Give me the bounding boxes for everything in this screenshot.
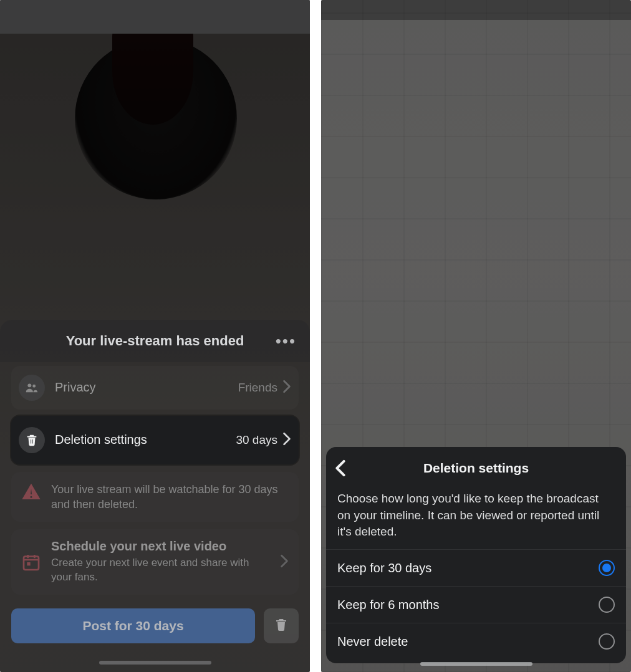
- warning-text: Your live stream will be watchable for 3…: [51, 482, 289, 512]
- radio-unselected-icon: [599, 597, 615, 613]
- chevron-right-icon: [282, 380, 291, 396]
- svg-point-1: [32, 384, 36, 387]
- deletion-settings-row[interactable]: Deletion settings 30 days: [11, 416, 299, 464]
- radio-selected-icon: [599, 560, 615, 576]
- deletion-settings-sheet: Deletion settings Choose how long you'd …: [326, 447, 626, 663]
- chevron-left-icon: [335, 459, 346, 477]
- post-button[interactable]: Post for 30 days: [11, 608, 255, 643]
- sheet-description: Choose how long you'd like to keep the b…: [326, 487, 626, 549]
- deletion-value: 30 days: [236, 433, 277, 447]
- ellipsis-icon: •••: [276, 331, 296, 350]
- sheet-header: Your live-stream has ended •••: [0, 320, 310, 362]
- more-options-button[interactable]: •••: [276, 331, 296, 350]
- warning-icon: [21, 482, 41, 502]
- option-never-delete[interactable]: Never delete: [326, 623, 626, 660]
- sheet-title: Deletion settings: [423, 461, 529, 476]
- option-label: Never delete: [337, 635, 408, 649]
- trash-icon: [19, 427, 45, 453]
- sheet-title: Your live-stream has ended: [66, 333, 244, 349]
- phone-screen-left: Your live-stream has ended ••• Privacy F…: [0, 0, 310, 672]
- option-keep-30-days[interactable]: Keep for 30 days: [326, 549, 626, 586]
- svg-point-0: [27, 383, 31, 387]
- delete-button[interactable]: [264, 608, 299, 643]
- svg-rect-2: [24, 556, 39, 569]
- schedule-title: Schedule your next live video: [51, 539, 270, 554]
- deletion-label: Deletion settings: [55, 433, 236, 447]
- chevron-right-icon: [280, 554, 289, 570]
- trash-icon: [274, 617, 289, 635]
- phone-screen-right: Deletion settings Choose how long you'd …: [321, 0, 631, 672]
- schedule-subtitle: Create your next live event and share wi…: [51, 556, 270, 585]
- sheet-header: Deletion settings: [326, 458, 626, 487]
- option-label: Keep for 30 days: [337, 561, 431, 575]
- bottom-action-bar: Post for 30 days: [11, 608, 299, 643]
- post-button-label: Post for 30 days: [82, 618, 183, 633]
- end-stream-sheet: Your live-stream has ended ••• Privacy F…: [0, 320, 310, 672]
- schedule-card[interactable]: Schedule your next live video Create you…: [11, 529, 299, 595]
- option-keep-6-months[interactable]: Keep for 6 months: [326, 586, 626, 623]
- option-label: Keep for 6 months: [337, 598, 439, 612]
- privacy-value: Friends: [238, 381, 277, 395]
- svg-rect-3: [27, 562, 30, 565]
- privacy-row[interactable]: Privacy Friends: [11, 366, 299, 410]
- friends-icon: [19, 375, 45, 401]
- back-button[interactable]: [335, 459, 346, 479]
- home-indicator[interactable]: [420, 662, 532, 666]
- deletion-warning-card: Your live stream will be watchable for 3…: [11, 472, 299, 522]
- radio-unselected-icon: [599, 633, 615, 650]
- calendar-icon: [21, 552, 41, 572]
- privacy-label: Privacy: [55, 380, 238, 395]
- home-indicator[interactable]: [99, 661, 211, 665]
- chevron-right-icon: [282, 432, 291, 448]
